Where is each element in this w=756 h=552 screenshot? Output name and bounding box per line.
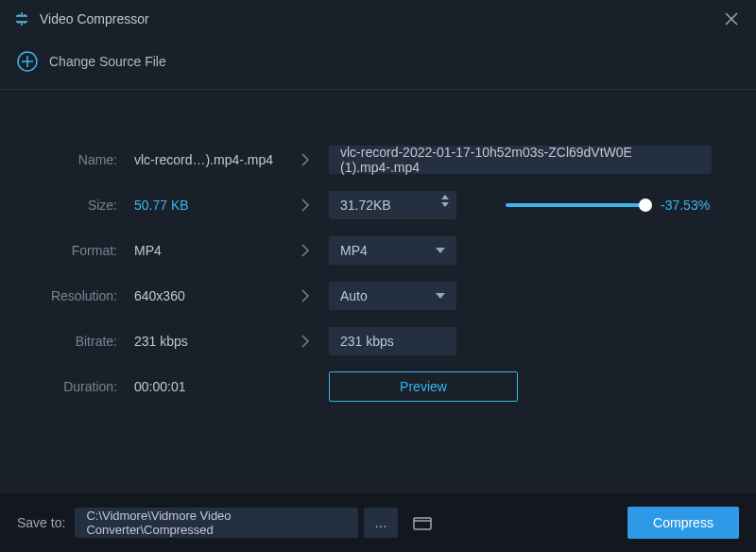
name-label: Name: xyxy=(28,152,123,167)
close-icon[interactable] xyxy=(720,8,743,30)
name-input[interactable]: vlc-record-2022-01-17-10h52m03s-ZCl69dVt… xyxy=(329,146,712,174)
change-source-label: Change Source File xyxy=(49,54,166,69)
chevron-right-icon xyxy=(282,153,329,166)
bitrate-input[interactable]: 231 kbps xyxy=(329,327,456,355)
size-input[interactable]: 31.72KB xyxy=(329,191,456,219)
format-label: Format: xyxy=(28,243,123,258)
duration-label: Duration: xyxy=(28,379,123,394)
size-value: 50.77 KB xyxy=(123,198,282,213)
size-down-icon[interactable] xyxy=(441,202,449,207)
name-value: vlc-record…).mp4-.mp4 xyxy=(123,152,282,167)
plus-circle-icon xyxy=(17,51,38,72)
size-up-icon[interactable] xyxy=(441,195,449,199)
save-path-input[interactable]: C:\Vidmore\Vidmore Video Converter\Compr… xyxy=(75,508,358,538)
size-slider[interactable] xyxy=(506,203,645,207)
chevron-right-icon xyxy=(282,335,329,348)
duration-value: 00:00:01 xyxy=(123,379,282,394)
size-percent: -37.53% xyxy=(661,198,710,213)
svg-rect-1 xyxy=(414,518,431,529)
preview-button[interactable]: Preview xyxy=(329,371,518,402)
format-value: MP4 xyxy=(123,243,282,258)
saveto-label: Save to: xyxy=(17,515,65,530)
chevron-down-icon xyxy=(436,293,445,299)
change-source-button[interactable]: Change Source File xyxy=(0,38,756,85)
chevron-right-icon xyxy=(282,244,329,257)
app-icon xyxy=(13,10,30,27)
chevron-down-icon xyxy=(436,248,445,253)
size-label: Size: xyxy=(28,198,123,213)
resolution-dropdown[interactable]: Auto xyxy=(329,282,456,310)
chevron-right-icon xyxy=(282,198,329,212)
bitrate-value: 231 kbps xyxy=(123,334,282,349)
chevron-right-icon xyxy=(282,289,329,302)
divider xyxy=(0,89,756,90)
bitrate-label: Bitrate: xyxy=(28,334,123,349)
browse-button[interactable]: … xyxy=(364,508,398,538)
resolution-label: Resolution: xyxy=(28,288,123,303)
slider-thumb[interactable] xyxy=(639,198,652,212)
resolution-value: 640x360 xyxy=(123,288,282,303)
compress-button[interactable]: Compress xyxy=(627,507,739,539)
window-title: Video Compressor xyxy=(40,11,149,26)
format-dropdown[interactable]: MP4 xyxy=(329,236,456,265)
open-folder-button[interactable] xyxy=(405,508,439,538)
